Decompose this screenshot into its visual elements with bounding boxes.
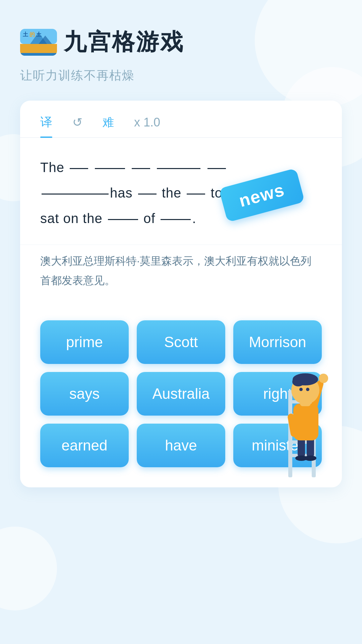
tab-bar: 译 ↺ 难 x 1.0 [20, 101, 342, 138]
tab-difficulty-label: 难 [103, 115, 114, 130]
translation-text: 澳大利亚总理斯科特·莫里森表示，澳大利亚有权就以色列首都发表意见。 [40, 252, 322, 290]
main-card: 译 ↺ 难 x 1.0 The has [20, 101, 342, 487]
blank-4 [157, 168, 200, 169]
word-btn-earned[interactable]: earned [40, 424, 129, 467]
app-title: 九宫格游戏 [64, 27, 184, 57]
svg-rect-8 [20, 53, 57, 56]
tab-translate[interactable]: 译 [40, 114, 52, 137]
translation-area: 澳大利亚总理斯科特·莫里森表示，澳大利亚有权就以色列首都发表意见。 [20, 245, 342, 304]
blank-2 [95, 168, 125, 169]
tab-replay[interactable]: ↺ [72, 115, 82, 136]
blank-10 [108, 219, 138, 220]
svg-text:的: 的 [29, 32, 35, 37]
blank-3 [132, 168, 150, 169]
tab-speed[interactable]: x 1.0 [134, 115, 160, 136]
tab-speed-label: x 1.0 [134, 115, 160, 129]
word-btn-scott[interactable]: Scott [137, 320, 225, 364]
svg-text:土: 土 [36, 32, 42, 37]
bg-blob-4 [0, 527, 57, 610]
word-btn-have[interactable]: have [137, 424, 225, 467]
word-btn-right[interactable]: right [233, 372, 322, 416]
svg-text:土: 土 [23, 32, 28, 37]
word-btn-minister[interactable]: minister [233, 424, 322, 467]
tab-difficulty[interactable]: 难 [103, 115, 114, 137]
subtitle: 让听力训练不再枯燥 [20, 67, 342, 84]
word-btn-australia[interactable]: Australia [137, 372, 225, 416]
blank-1 [70, 168, 88, 169]
blank-8 [187, 194, 205, 195]
app-logo: 土 的 土 [20, 29, 57, 56]
blank-5 [207, 168, 226, 169]
blank-11 [161, 219, 191, 220]
word-btn-says[interactable]: says [40, 372, 129, 416]
word-btn-prime[interactable]: prime [40, 320, 129, 364]
word-grid: prime Scott Morrison says Australia righ… [20, 304, 342, 487]
blank-7 [138, 194, 157, 195]
blank-6 [42, 194, 109, 195]
header: 土 的 土 九宫格游戏 [20, 27, 342, 57]
word-btn-morrison[interactable]: Morrison [233, 320, 322, 364]
tab-translate-label: 译 [40, 114, 52, 130]
tab-replay-icon: ↺ [72, 115, 82, 129]
